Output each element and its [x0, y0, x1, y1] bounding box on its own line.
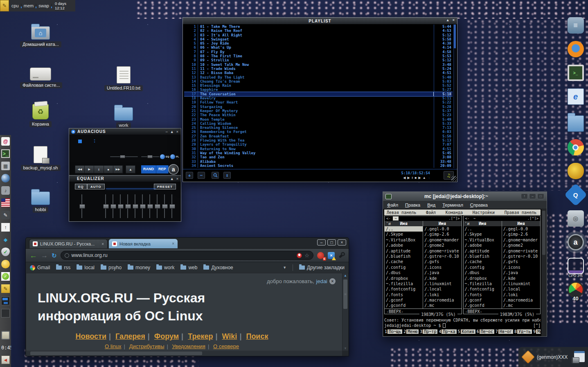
file-entry[interactable]: /.gimp-2.6 — [423, 232, 461, 237]
mc-menu-item[interactable]: Настройки — [473, 210, 495, 215]
file-entry[interactable]: /.cache — [464, 259, 502, 264]
dropbox-icon[interactable]: ◆ — [1, 235, 10, 244]
file-entry[interactable]: /.dbus — [464, 270, 502, 275]
mc-menu-item[interactable]: Файл — [426, 210, 436, 215]
playlist-row[interactable]: 3 03 - It's All Right 5:12 — [184, 33, 453, 37]
file-entry[interactable]: /.icons — [423, 265, 461, 270]
audacious-titlebar[interactable]: a AUDACIOUS – ▲ × — [69, 128, 181, 135]
bookmark-rss[interactable]: rss — [56, 265, 70, 270]
panel-path[interactable]: ~ — [393, 216, 398, 221]
playlist-row[interactable]: 32 Tao and Zen 3:08 — [184, 155, 453, 159]
bookmark-money[interactable]: money — [128, 265, 150, 270]
file-entry[interactable]: /.macromedia — [423, 297, 461, 303]
teapot-icon[interactable] — [568, 163, 584, 179]
content-link[interactable]: Форум — [154, 332, 179, 340]
skype-icon[interactable]: ✓ — [1, 272, 10, 281]
playlist-row[interactable]: 30 Returning to Now 4:51 — [184, 147, 453, 151]
content-link[interactable]: Новости — [76, 332, 106, 340]
desktop-icon-home[interactable]: ⌂ Домашний ката... — [20, 23, 61, 47]
fkey-button[interactable]: 9 Ме~МС — [533, 329, 541, 334]
preamp-slider[interactable] — [81, 194, 82, 218]
file-entry[interactable]: /.loki — [502, 292, 540, 297]
close-button[interactable]: × — [338, 239, 346, 245]
fkey-button[interactable]: 4 Пр~ка — [438, 329, 456, 334]
file-entry[interactable]: /.config — [385, 265, 423, 270]
desktop-icon-hobbi[interactable]: hobbi — [20, 188, 61, 213]
file-entry[interactable]: /.aptitude — [464, 248, 502, 254]
file-entry[interactable]: /.gnome~mander — [423, 237, 461, 243]
file-entry[interactable]: /.gnome2 — [502, 243, 540, 248]
playlist-scrollbar[interactable] — [453, 25, 456, 168]
resize-grip[interactable] — [451, 176, 457, 181]
mem-meter[interactable] — [36, 4, 36, 8]
file-entry[interactable]: /.macromedia — [502, 297, 540, 303]
playlist-row[interactable]: 1 01 - Take Me There 5:44 — [184, 25, 453, 29]
desktop-icon-trash[interactable]: ♻ Корзина — [20, 102, 61, 127]
menu-item[interactable]: Терминал — [442, 203, 463, 207]
bookmark-duhovnoe[interactable]: Духовное — [203, 265, 233, 270]
file-entry[interactable]: /.icons — [502, 265, 540, 270]
balance-slider-thumb[interactable] — [147, 155, 153, 158]
mc-menu-item[interactable]: Правая панель — [505, 210, 536, 215]
file-entry[interactable]: /.gnome2 — [423, 243, 461, 248]
file-entry[interactable]: /.gconf — [464, 297, 502, 303]
playlist-row[interactable]: 21 Keeper Of Mystery 5:37 — [184, 109, 453, 113]
notes-launcher-icon[interactable]: ✎ — [0, 0, 9, 11]
file-entry[interactable]: /.kde — [423, 276, 461, 281]
command-prompt[interactable]: jedai@jedai-desktop ~ $ [^] — [384, 323, 541, 329]
band-slider-4[interactable] — [127, 194, 128, 218]
playlist-row[interactable]: 23 Moon Temple 5:49 — [184, 117, 453, 122]
band-slider-6[interactable] — [142, 194, 143, 218]
content-link[interactable]: О сервере — [213, 343, 239, 349]
speed-gauge[interactable]: 40 — [568, 281, 584, 298]
shade-button[interactable]: ▲ — [170, 177, 174, 181]
bookmark-work[interactable]: work — [156, 265, 174, 270]
shade-button[interactable]: ▲ — [170, 130, 174, 134]
horizontal-scrollbar[interactable] — [26, 351, 342, 356]
workspace-1[interactable] — [1, 297, 10, 305]
scrollbar-thumb[interactable] — [542, 211, 545, 255]
playlist-row[interactable]: 16 Sapphire 5:27 — [184, 88, 453, 92]
file-entry[interactable]: ~.VirtualBox — [385, 237, 423, 243]
tab-close-icon[interactable]: × — [172, 241, 174, 246]
playlist-scrollbar-thumb[interactable] — [454, 25, 456, 48]
next-button[interactable]: ▶▶ — [113, 166, 123, 173]
cpu-monitor[interactable]: CPU 3% — [568, 258, 584, 274]
minimize-button[interactable]: – — [317, 239, 326, 245]
file-entry[interactable]: /.. — [385, 226, 423, 232]
file-entry[interactable]: /.kde — [502, 276, 540, 281]
playlist-row[interactable]: 34 Ancient Secrets 20:09 — [184, 164, 453, 168]
close-button[interactable]: × — [453, 18, 455, 22]
panel-corner[interactable]: .[^]> — [527, 216, 538, 221]
desktop-icon-untitled-txt[interactable]: Untitled.FR10.txt — [103, 65, 144, 91]
terminal-icon[interactable]: >_ — [1, 149, 10, 158]
xmarks-icon[interactable]: × — [328, 252, 335, 259]
menu-item[interactable]: Вид — [427, 203, 435, 207]
playlist-titlebar[interactable]: PLAYLIST ▲ × — [183, 18, 457, 24]
file-entry[interactable]: /.bluefish — [464, 254, 502, 259]
file-entry[interactable]: ~.filezilla — [385, 281, 423, 286]
file-entry[interactable]: /.gconfd — [385, 303, 423, 308]
desktop-icon-backup-script[interactable]: backup_mysql.sh — [20, 145, 61, 171]
tool-icon[interactable]: ✎ — [1, 211, 10, 219]
file-entry[interactable]: /.gvfs — [502, 259, 540, 264]
bookmark-gmail[interactable]: Gmail — [30, 265, 50, 270]
eq-auto-button[interactable]: AUTO — [87, 184, 105, 189]
playlist-row[interactable]: 33 Alibaba 33:48 — [184, 160, 453, 164]
menu-item[interactable]: Файл — [387, 203, 398, 207]
panel-corner[interactable]: .[^]> — [448, 216, 460, 221]
volume-slider[interactable] — [110, 156, 138, 157]
equalizer-titlebar[interactable]: EQUALIZER ▲ × — [69, 176, 181, 182]
volume-slider-thumb[interactable] — [120, 155, 125, 158]
adblock-icon[interactable]: 6 — [317, 252, 324, 259]
file-entry[interactable]: /.java — [502, 270, 540, 275]
other-bookmarks[interactable]: Другие закладки — [299, 265, 345, 270]
rep-button[interactable]: REP — [156, 165, 169, 173]
file-entry[interactable]: /.dbus — [385, 270, 423, 275]
band-slider-9[interactable] — [164, 194, 165, 218]
file-entry[interactable]: /.mc — [502, 303, 540, 308]
minimize-button[interactable]: – — [529, 194, 536, 199]
file-entry[interactable]: /.gegl-0.0 — [423, 226, 461, 232]
band-slider-5[interactable] — [135, 194, 135, 218]
qip-icon[interactable]: Q — [564, 183, 587, 207]
